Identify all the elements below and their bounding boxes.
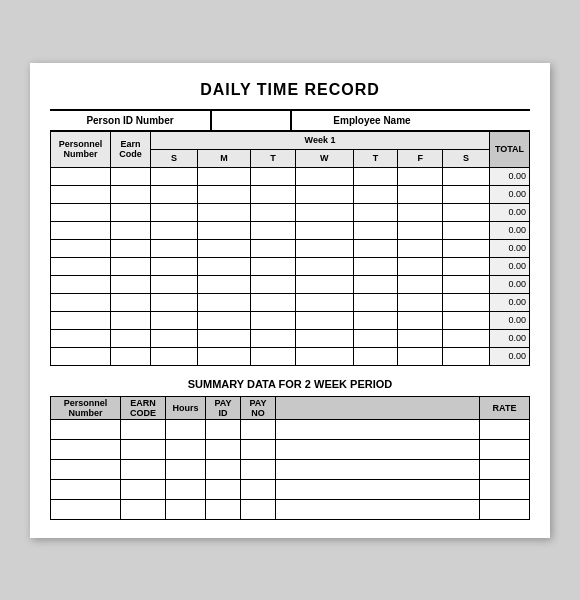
main-row-day-3-1[interactable] [197, 221, 250, 239]
main-row-day-8-6[interactable] [443, 311, 490, 329]
main-row-day-7-1[interactable] [197, 293, 250, 311]
main-row-day-8-2[interactable] [251, 311, 296, 329]
main-row-day-10-1[interactable] [197, 347, 250, 365]
main-row-day-9-1[interactable] [197, 329, 250, 347]
main-row-day-9-3[interactable] [295, 329, 353, 347]
main-row-earncode-8[interactable] [111, 311, 151, 329]
sum-row-3-col-2[interactable] [166, 479, 206, 499]
sum-row-1-col-0[interactable] [51, 439, 121, 459]
main-row-day-3-5[interactable] [398, 221, 443, 239]
main-row-day-7-3[interactable] [295, 293, 353, 311]
main-row-day-2-0[interactable] [151, 203, 198, 221]
main-row-day-1-6[interactable] [443, 185, 490, 203]
main-row-earncode-1[interactable] [111, 185, 151, 203]
main-row-day-4-3[interactable] [295, 239, 353, 257]
main-row-day-7-2[interactable] [251, 293, 296, 311]
main-row-day-9-2[interactable] [251, 329, 296, 347]
sum-row-4-col-1[interactable] [121, 499, 166, 519]
main-row-day-0-1[interactable] [197, 167, 250, 185]
main-row-day-9-0[interactable] [151, 329, 198, 347]
sum-row-3-col-3[interactable] [206, 479, 241, 499]
main-row-day-2-5[interactable] [398, 203, 443, 221]
main-row-day-2-6[interactable] [443, 203, 490, 221]
main-row-earncode-5[interactable] [111, 257, 151, 275]
sum-row-0-col-5[interactable] [276, 419, 480, 439]
sum-row-0-col-6[interactable] [480, 419, 530, 439]
main-row-day-0-4[interactable] [353, 167, 398, 185]
main-row-day-0-6[interactable] [443, 167, 490, 185]
sum-row-2-col-1[interactable] [121, 459, 166, 479]
main-row-day-8-4[interactable] [353, 311, 398, 329]
main-row-day-10-4[interactable] [353, 347, 398, 365]
main-row-day-3-3[interactable] [295, 221, 353, 239]
main-row-day-3-6[interactable] [443, 221, 490, 239]
main-row-day-5-2[interactable] [251, 257, 296, 275]
main-row-personnel-7[interactable] [51, 293, 111, 311]
main-row-day-4-0[interactable] [151, 239, 198, 257]
main-row-personnel-10[interactable] [51, 347, 111, 365]
main-row-earncode-7[interactable] [111, 293, 151, 311]
sum-row-1-col-1[interactable] [121, 439, 166, 459]
sum-row-0-col-0[interactable] [51, 419, 121, 439]
sum-row-2-col-6[interactable] [480, 459, 530, 479]
main-row-day-10-2[interactable] [251, 347, 296, 365]
main-row-day-0-0[interactable] [151, 167, 198, 185]
main-row-day-7-5[interactable] [398, 293, 443, 311]
main-row-earncode-4[interactable] [111, 239, 151, 257]
main-row-day-3-0[interactable] [151, 221, 198, 239]
main-row-earncode-10[interactable] [111, 347, 151, 365]
main-row-personnel-0[interactable] [51, 167, 111, 185]
sum-row-1-col-5[interactable] [276, 439, 480, 459]
sum-row-1-col-4[interactable] [241, 439, 276, 459]
sum-row-3-col-6[interactable] [480, 479, 530, 499]
sum-row-3-col-5[interactable] [276, 479, 480, 499]
sum-row-3-col-1[interactable] [121, 479, 166, 499]
sum-row-4-col-3[interactable] [206, 499, 241, 519]
main-row-day-10-0[interactable] [151, 347, 198, 365]
main-row-day-8-5[interactable] [398, 311, 443, 329]
sum-row-4-col-4[interactable] [241, 499, 276, 519]
main-row-day-10-3[interactable] [295, 347, 353, 365]
main-row-day-8-0[interactable] [151, 311, 198, 329]
main-row-day-9-6[interactable] [443, 329, 490, 347]
main-row-day-4-6[interactable] [443, 239, 490, 257]
sum-row-2-col-5[interactable] [276, 459, 480, 479]
sum-row-1-col-3[interactable] [206, 439, 241, 459]
main-row-personnel-9[interactable] [51, 329, 111, 347]
main-row-personnel-3[interactable] [51, 221, 111, 239]
main-row-day-6-5[interactable] [398, 275, 443, 293]
main-row-personnel-2[interactable] [51, 203, 111, 221]
main-row-day-8-1[interactable] [197, 311, 250, 329]
main-row-day-4-1[interactable] [197, 239, 250, 257]
main-row-earncode-2[interactable] [111, 203, 151, 221]
main-row-day-1-1[interactable] [197, 185, 250, 203]
main-row-day-1-2[interactable] [251, 185, 296, 203]
main-row-day-6-4[interactable] [353, 275, 398, 293]
main-row-day-6-6[interactable] [443, 275, 490, 293]
main-row-day-2-1[interactable] [197, 203, 250, 221]
main-row-earncode-3[interactable] [111, 221, 151, 239]
main-row-day-5-6[interactable] [443, 257, 490, 275]
main-row-day-5-3[interactable] [295, 257, 353, 275]
sum-row-0-col-2[interactable] [166, 419, 206, 439]
main-row-day-4-2[interactable] [251, 239, 296, 257]
main-row-day-1-5[interactable] [398, 185, 443, 203]
main-row-day-8-3[interactable] [295, 311, 353, 329]
main-row-day-9-5[interactable] [398, 329, 443, 347]
main-row-day-3-4[interactable] [353, 221, 398, 239]
main-row-day-3-2[interactable] [251, 221, 296, 239]
main-row-personnel-8[interactable] [51, 311, 111, 329]
sum-row-3-col-0[interactable] [51, 479, 121, 499]
sum-row-3-col-4[interactable] [241, 479, 276, 499]
main-row-day-10-5[interactable] [398, 347, 443, 365]
main-row-day-5-4[interactable] [353, 257, 398, 275]
sum-row-0-col-3[interactable] [206, 419, 241, 439]
main-row-earncode-0[interactable] [111, 167, 151, 185]
sum-row-4-col-6[interactable] [480, 499, 530, 519]
main-row-day-2-3[interactable] [295, 203, 353, 221]
main-row-day-5-1[interactable] [197, 257, 250, 275]
sum-row-2-col-3[interactable] [206, 459, 241, 479]
main-row-day-5-5[interactable] [398, 257, 443, 275]
main-row-day-10-6[interactable] [443, 347, 490, 365]
sum-row-1-col-6[interactable] [480, 439, 530, 459]
